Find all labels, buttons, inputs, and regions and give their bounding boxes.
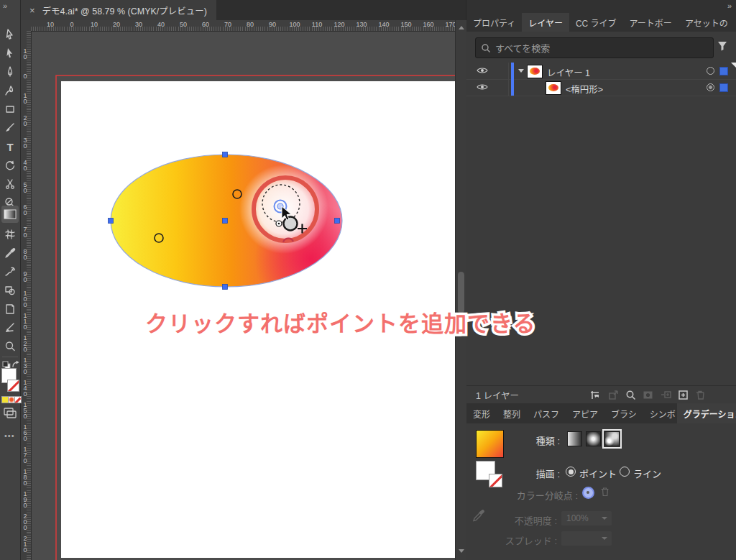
selection-square[interactable] bbox=[719, 83, 728, 92]
draw-line-label[interactable]: ライン bbox=[633, 467, 661, 480]
artboard-tool[interactable] bbox=[1, 300, 19, 318]
chevron-down-icon bbox=[602, 517, 607, 520]
linear-gradient-type-button[interactable] bbox=[567, 431, 582, 446]
direct-selection-tool[interactable] bbox=[1, 45, 19, 62]
ruler-tick-label: 30 bbox=[135, 21, 142, 28]
ruler-tick-label: 110 bbox=[312, 21, 322, 28]
none-slash-icon bbox=[8, 380, 19, 392]
color-stop-icon[interactable] bbox=[582, 487, 594, 499]
chevron-down-icon[interactable] bbox=[518, 69, 524, 73]
ruler-tick-label: 90 bbox=[269, 21, 276, 28]
tab-artboards[interactable]: アートボー bbox=[623, 13, 678, 32]
filter-icon[interactable] bbox=[717, 40, 728, 55]
ruler-tick-label: 10 bbox=[22, 92, 29, 104]
selection-tool[interactable] bbox=[1, 26, 19, 43]
ruler-tick-label: 10 bbox=[91, 21, 98, 28]
layer-thumbnail[interactable] bbox=[527, 65, 543, 78]
horizontal-ruler[interactable]: 1001020304050607080901001101201301401501… bbox=[31, 20, 466, 32]
gradient-tool[interactable] bbox=[1, 206, 19, 223]
spread-dropdown[interactable] bbox=[561, 531, 612, 546]
tab-properties[interactable]: プロパティ bbox=[466, 13, 522, 32]
target-circle-icon[interactable] bbox=[707, 67, 714, 75]
tab-pathfinder[interactable]: パスフ bbox=[527, 403, 566, 423]
eyedropper-tool[interactable] bbox=[1, 244, 19, 262]
draw-point-radio[interactable] bbox=[566, 467, 576, 477]
paintbrush-tool[interactable] bbox=[1, 119, 19, 137]
scroll-up-icon[interactable] bbox=[459, 26, 464, 29]
vertical-ruler[interactable]: 1001020304050607080901001101201301401501… bbox=[21, 31, 32, 560]
scroll-down-icon[interactable] bbox=[459, 549, 464, 553]
ruler-tick-label: 140 bbox=[378, 21, 389, 28]
ruler-tick-label: 160 bbox=[22, 423, 29, 441]
layer-name[interactable]: レイヤー 1 bbox=[547, 65, 590, 79]
layer-row[interactable]: <楕円形> bbox=[466, 79, 736, 96]
canvas[interactable] bbox=[31, 31, 455, 560]
layers-footer: 1 レイヤー bbox=[466, 385, 736, 404]
tab-appearance[interactable]: アピア bbox=[566, 403, 604, 423]
radial-gradient-type-button[interactable] bbox=[586, 431, 601, 446]
make-mask-icon[interactable] bbox=[643, 390, 653, 400]
delete-layer-icon[interactable] bbox=[695, 390, 705, 400]
ruler-tick-label: 80 bbox=[22, 248, 29, 260]
new-sublayer-icon[interactable] bbox=[660, 390, 671, 400]
shape-builder-tool[interactable] bbox=[1, 282, 19, 299]
ruler-tick-label: 90 bbox=[22, 270, 29, 282]
draw-mode-icon[interactable] bbox=[3, 407, 17, 423]
tab-asset-export[interactable]: アセットの bbox=[678, 13, 735, 32]
stroke-none-swatch[interactable] bbox=[489, 474, 502, 487]
tab-align[interactable]: 整列 bbox=[497, 403, 527, 423]
freeform-gradient-type-button[interactable] bbox=[604, 431, 620, 446]
scrollbar-thumb[interactable] bbox=[458, 272, 464, 313]
zoom-tool[interactable] bbox=[1, 338, 19, 355]
tab-layers[interactable]: レイヤー bbox=[522, 13, 569, 32]
edit-toolbar-ellipsis-icon[interactable]: ••• bbox=[4, 431, 15, 440]
ruler-tick-label: 0 bbox=[70, 21, 73, 28]
curvature-tool[interactable] bbox=[1, 82, 19, 99]
locate-object-icon[interactable] bbox=[625, 390, 636, 400]
collect-artboard-icon[interactable] bbox=[589, 390, 602, 400]
tab-symbols[interactable]: シンボ bbox=[643, 403, 677, 423]
tab-brushes[interactable]: ブラシ bbox=[604, 403, 643, 423]
layer-count: 1 レイヤー bbox=[476, 388, 519, 402]
draw-line-radio[interactable] bbox=[620, 467, 630, 477]
pen-tool[interactable] bbox=[1, 63, 19, 81]
object-thumbnail[interactable] bbox=[546, 81, 561, 95]
tab-gradient[interactable]: グラデーション bbox=[677, 403, 736, 423]
tools-overflow-icon[interactable]: » bbox=[3, 1, 6, 10]
delete-stop-trash-icon[interactable] bbox=[600, 487, 610, 497]
visibility-eye-icon[interactable] bbox=[477, 83, 488, 91]
stroke-swatch[interactable] bbox=[7, 380, 19, 392]
vertical-scrollbar[interactable] bbox=[455, 20, 466, 560]
mesh-tool[interactable] bbox=[1, 226, 19, 243]
layers-search-input[interactable]: すべてを検索 bbox=[475, 37, 714, 58]
ruler-tick-label: 30 bbox=[22, 137, 29, 148]
new-layer-icon[interactable] bbox=[678, 390, 689, 400]
object-name[interactable]: <楕円形> bbox=[566, 82, 603, 96]
ruler-tick-label: 80 bbox=[247, 21, 254, 28]
gradient-type-label: 種類 : bbox=[510, 433, 560, 447]
export-icon[interactable] bbox=[608, 390, 619, 400]
width-tool[interactable] bbox=[1, 263, 19, 280]
rotate-tool[interactable] bbox=[1, 157, 19, 174]
ruler-tick-label: 110 bbox=[22, 312, 29, 329]
visibility-eye-icon[interactable] bbox=[477, 66, 488, 75]
layer-row[interactable]: レイヤー 1 bbox=[466, 63, 736, 80]
eyedropper-icon[interactable] bbox=[472, 508, 485, 524]
gradient-preview-swatch[interactable] bbox=[476, 430, 504, 458]
draw-point-label[interactable]: ポイント bbox=[579, 467, 617, 480]
opacity-dropdown[interactable]: 100% bbox=[561, 511, 612, 525]
scissors-tool[interactable] bbox=[1, 175, 19, 193]
target-double-circle-icon[interactable] bbox=[707, 83, 714, 91]
tab-transform[interactable]: 変形 bbox=[466, 403, 497, 423]
selection-square[interactable] bbox=[719, 67, 728, 75]
type-tool[interactable]: T bbox=[1, 138, 19, 155]
none-button[interactable] bbox=[14, 396, 22, 403]
document-tab[interactable]: × デモ4.ai* @ 58.79 % (CMYK/プレビュー) bbox=[21, 0, 216, 20]
tab-cc-libraries[interactable]: CC ライブ bbox=[569, 13, 623, 32]
artboard[interactable] bbox=[61, 81, 455, 558]
slice-tool[interactable] bbox=[1, 319, 19, 336]
panel-overflow-icon[interactable]: » bbox=[727, 1, 731, 10]
opacity-value: 100% bbox=[566, 513, 589, 523]
close-tab-icon[interactable]: × bbox=[29, 5, 35, 16]
rectangle-tool[interactable] bbox=[1, 101, 19, 118]
